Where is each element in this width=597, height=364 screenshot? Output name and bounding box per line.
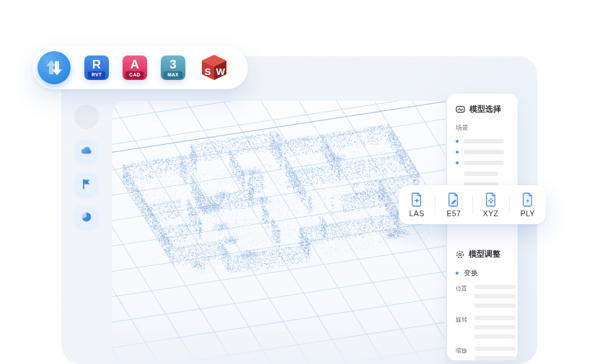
pie-chart-icon bbox=[80, 210, 93, 223]
sparkle-file-icon bbox=[410, 192, 423, 208]
scene-item-active[interactable] bbox=[456, 139, 509, 143]
position-label: 位置 bbox=[456, 285, 470, 308]
scale-field[interactable] bbox=[474, 356, 516, 360]
format-label: E57 bbox=[446, 209, 461, 218]
format-e57[interactable]: E57 bbox=[435, 192, 472, 218]
rotation-field[interactable] bbox=[474, 325, 516, 329]
transform-section[interactable]: 变换 bbox=[456, 268, 509, 278]
transfer-button[interactable] bbox=[37, 51, 71, 84]
autocad-badge: CAD bbox=[125, 71, 143, 79]
skeleton-bar bbox=[464, 139, 504, 143]
transfer-arrows-icon bbox=[43, 57, 65, 79]
scene-item-active[interactable] bbox=[456, 150, 509, 154]
point-cloud-canvas[interactable] bbox=[112, 101, 446, 364]
pie-chart-button[interactable] bbox=[76, 206, 97, 228]
bullet-dot bbox=[456, 140, 459, 143]
point-cloud-viewport[interactable] bbox=[112, 101, 446, 364]
format-xyz[interactable]: XYZ bbox=[473, 192, 509, 218]
revit-app-icon[interactable]: R RVT bbox=[84, 56, 109, 80]
bullet-dot bbox=[456, 161, 459, 164]
import-toolbar: R RVT A CAD 3 MAX S W bbox=[32, 46, 248, 89]
scene-item-active[interactable] bbox=[456, 161, 509, 165]
rotation-field[interactable] bbox=[474, 316, 516, 320]
revit-badge: RVT bbox=[88, 71, 105, 79]
scene-section-label: 场景 bbox=[456, 123, 509, 133]
position-field[interactable] bbox=[474, 285, 516, 289]
format-label: PLY bbox=[521, 209, 535, 218]
avatar bbox=[74, 105, 99, 129]
screen-pulse-icon bbox=[456, 105, 465, 114]
scale-group: 缩放 bbox=[456, 347, 509, 364]
flag-icon bbox=[80, 177, 93, 190]
gear-icon bbox=[456, 250, 464, 259]
right-panel: 模型选择 场景 模型调整 变换 位置 旋转 缩放 bbox=[447, 94, 518, 360]
bolt-file-icon bbox=[521, 192, 534, 208]
solidworks-app-icon[interactable]: S W bbox=[199, 53, 229, 83]
solidworks-letter-s: S bbox=[205, 66, 211, 77]
format-label: LAS bbox=[410, 209, 425, 218]
rotation-group: 旋转 bbox=[456, 316, 509, 339]
scatter-file-icon bbox=[485, 192, 498, 208]
3ds-max-badge: MAX bbox=[164, 71, 182, 79]
cloud-upload-button[interactable] bbox=[76, 140, 97, 161]
scene-item[interactable] bbox=[456, 172, 509, 176]
format-las[interactable]: LAS bbox=[399, 192, 435, 218]
position-group: 位置 bbox=[456, 285, 509, 308]
solidworks-letter-w: W bbox=[216, 66, 226, 77]
model-adjust-header: 模型调整 bbox=[456, 249, 509, 259]
skeleton-bar bbox=[464, 161, 504, 165]
position-field[interactable] bbox=[474, 294, 516, 298]
rotation-field[interactable] bbox=[474, 334, 516, 339]
transform-label: 变换 bbox=[464, 268, 478, 278]
scale-field[interactable] bbox=[474, 347, 516, 351]
left-toolbar bbox=[73, 105, 100, 239]
model-select-title: 模型选择 bbox=[469, 104, 501, 115]
skeleton-bar bbox=[464, 150, 504, 154]
pen-file-icon bbox=[447, 192, 460, 208]
scale-label: 缩放 bbox=[456, 347, 470, 364]
rotation-label: 旋转 bbox=[456, 316, 470, 339]
bullet-dot bbox=[456, 151, 459, 154]
model-adjust-title: 模型调整 bbox=[469, 249, 500, 259]
format-label: XYZ bbox=[483, 209, 499, 218]
3ds-max-app-icon[interactable]: 3 MAX bbox=[161, 56, 185, 80]
format-ply[interactable]: PLY bbox=[510, 192, 546, 218]
model-select-header: 模型选择 bbox=[456, 104, 509, 115]
position-field[interactable] bbox=[474, 303, 516, 308]
skeleton-bar bbox=[464, 172, 498, 176]
bullet-dot bbox=[456, 272, 459, 275]
cloud-icon bbox=[79, 143, 94, 158]
autocad-app-icon[interactable]: A CAD bbox=[123, 56, 147, 80]
flag-button[interactable] bbox=[76, 173, 97, 195]
file-formats-card: LAS E57 XYZ PLY bbox=[399, 185, 546, 224]
